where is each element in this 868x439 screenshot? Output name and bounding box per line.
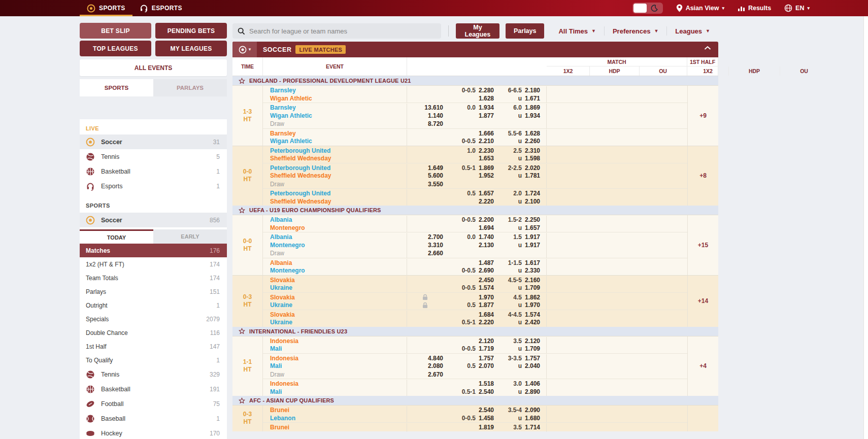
sidebar-menu-double-chance[interactable]: Double Chance116 — [80, 326, 227, 340]
half-ou-cell[interactable] — [640, 337, 687, 346]
half-x2-cell[interactable] — [547, 86, 588, 95]
event-team[interactable]: Wigan Athletic — [263, 112, 407, 120]
half-x2-cell[interactable] — [547, 147, 588, 155]
sidebar-sport-tennis[interactable]: Tennis329 — [80, 367, 227, 382]
half-ou-cell[interactable] — [640, 189, 687, 198]
odds-cell[interactable]: 2-2.52.020 — [500, 164, 547, 173]
event-team[interactable]: Albania — [263, 233, 407, 242]
half-hdp-cell[interactable] — [588, 129, 640, 138]
x2-cell[interactable]: 2.080 — [407, 362, 450, 370]
odds-cell[interactable]: 6-6.52.180 — [500, 86, 547, 95]
half-ou-cell[interactable] — [640, 311, 687, 319]
sidebar-tab-early[interactable]: EARLY — [153, 229, 227, 244]
x2-cell[interactable] — [407, 189, 450, 198]
x2-cell[interactable] — [407, 345, 450, 353]
event-team[interactable]: Wigan Athletic — [263, 94, 407, 103]
odds-cell[interactable] — [450, 120, 500, 128]
half-ou-cell[interactable] — [640, 406, 687, 415]
odds-cell[interactable]: 1.970 — [450, 293, 500, 302]
event-team[interactable]: Slovakia — [263, 276, 407, 285]
half-ou-cell[interactable] — [640, 388, 687, 396]
odds-cell[interactable]: u1.709 — [500, 345, 547, 353]
half-ou-cell[interactable] — [640, 137, 687, 146]
sidebar-sport-baseball[interactable]: Baseball1 — [80, 411, 227, 426]
search-box[interactable] — [232, 23, 441, 39]
tab-sports[interactable]: SPORTS — [80, 0, 132, 16]
half-ou-cell[interactable] — [640, 86, 687, 95]
odds-cell[interactable]: 3.52.120 — [500, 337, 547, 346]
event-team[interactable]: Slovakia — [263, 311, 407, 319]
odds-cell[interactable]: u1.781 — [500, 172, 547, 180]
half-hdp-cell[interactable] — [588, 259, 640, 267]
sidebar-tab-parlays[interactable]: PARLAYS — [153, 79, 227, 96]
sidebar-menu-outright[interactable]: Outright1 — [80, 298, 227, 312]
half-x2-cell[interactable] — [547, 172, 588, 180]
odds-cell[interactable]: 1.02.230 — [450, 147, 500, 155]
half-x2-cell[interactable] — [547, 94, 588, 103]
half-x2-cell[interactable] — [547, 388, 588, 396]
half-ou-cell[interactable] — [640, 241, 687, 250]
odds-cell[interactable]: 2.52.310 — [500, 147, 547, 155]
x2-cell[interactable] — [407, 94, 450, 103]
x2-cell[interactable] — [407, 406, 450, 415]
half-hdp-cell[interactable] — [588, 147, 640, 155]
odds-cell[interactable]: 1.5-22.250 — [500, 216, 547, 224]
event-team[interactable]: Peterborough United — [263, 147, 407, 155]
half-x2-cell[interactable] — [547, 189, 588, 198]
half-x2-cell[interactable] — [547, 276, 588, 285]
league-name[interactable]: ENGLAND - PROFESSIONAL DEVELOPMENT LEAGU… — [249, 78, 411, 84]
odds-cell[interactable]: 3.51.714 — [500, 423, 547, 432]
half-hdp-cell[interactable] — [588, 86, 640, 95]
odds-cell[interactable]: 1.819 — [450, 423, 500, 432]
event-team[interactable]: Ukraine — [263, 318, 407, 327]
odds-cell[interactable]: 0-0.52.210 — [450, 137, 500, 146]
half-hdp-cell[interactable] — [588, 388, 640, 396]
event-team[interactable]: Indonesia — [263, 337, 407, 346]
sidebar-menu-1x2-ht-ft-[interactable]: 1x2 (HT & FT)174 — [80, 257, 227, 271]
parlays-filter-button[interactable]: Parlays — [506, 23, 544, 39]
x2-cell[interactable] — [407, 137, 450, 146]
my-leagues-button[interactable]: MY LEAGUES — [155, 41, 227, 56]
half-x2-cell[interactable] — [547, 406, 588, 415]
event-team[interactable]: Albania — [263, 259, 407, 267]
event-team[interactable]: Brunei — [263, 423, 407, 432]
x2-cell[interactable]: 4.840 — [407, 354, 450, 363]
x2-cell[interactable]: 3.310 — [407, 241, 450, 250]
half-x2-cell[interactable] — [547, 423, 588, 432]
half-x2-cell[interactable] — [547, 284, 588, 292]
x2-cell[interactable] — [407, 293, 450, 302]
x2-cell[interactable] — [407, 129, 450, 138]
x2-cell[interactable] — [407, 276, 450, 285]
odds-cell[interactable] — [500, 249, 547, 258]
odds-cell[interactable]: 1.684 — [450, 311, 500, 319]
odds-cell[interactable]: u2.260 — [500, 137, 547, 146]
odds-cell[interactable]: 4.5-52.160 — [500, 276, 547, 285]
half-x2-cell[interactable] — [547, 224, 588, 232]
odds-cell[interactable]: u1.680 — [500, 414, 547, 423]
odds-cell[interactable]: 0-0.51.719 — [450, 345, 500, 353]
odds-cell[interactable]: 4.51.862 — [500, 293, 547, 302]
x2-cell[interactable] — [407, 197, 450, 206]
half-ou-cell[interactable] — [640, 362, 687, 370]
tab-esports[interactable]: ESPORTS — [132, 0, 189, 16]
odds-cell[interactable]: 4-4.51.574 — [500, 311, 547, 319]
x2-cell[interactable] — [407, 154, 450, 163]
half-x2-cell[interactable] — [547, 345, 588, 353]
x2-cell[interactable] — [407, 337, 450, 346]
half-x2-cell[interactable] — [547, 233, 588, 242]
half-hdp-cell[interactable] — [588, 311, 640, 319]
results-link[interactable]: Results — [738, 5, 771, 12]
event-team[interactable]: Draw — [263, 370, 407, 379]
x2-cell[interactable] — [407, 284, 450, 292]
half-hdp-cell[interactable] — [588, 154, 640, 163]
more-odds-link[interactable] — [687, 406, 718, 431]
half-x2-cell[interactable] — [547, 249, 588, 258]
favorite-star-icon[interactable] — [239, 207, 245, 214]
half-hdp-cell[interactable] — [588, 266, 640, 275]
odds-cell[interactable]: 2.220 — [450, 197, 500, 206]
half-hdp-cell[interactable] — [588, 318, 640, 327]
odds-cell[interactable]: 1.952 — [450, 172, 500, 180]
odds-cell[interactable]: 0.01.740 — [450, 233, 500, 242]
favorite-star-icon[interactable] — [239, 397, 245, 404]
odds-cell[interactable]: 2.540 — [450, 406, 500, 415]
